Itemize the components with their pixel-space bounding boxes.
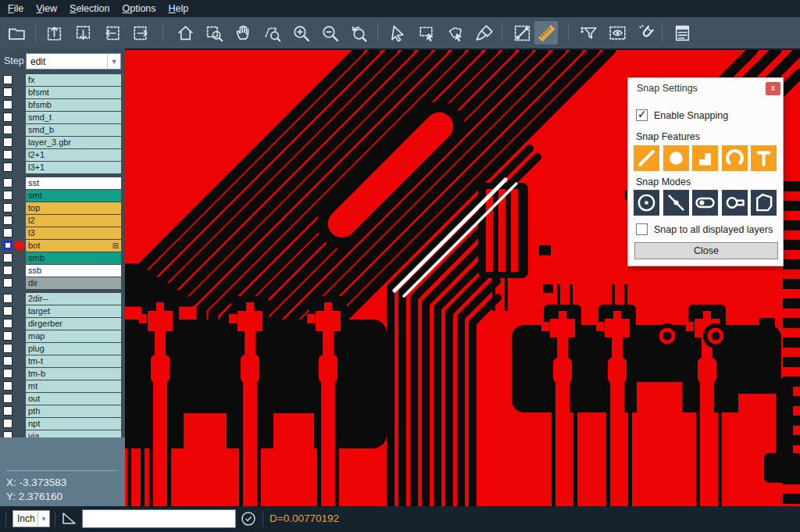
layer-name[interactable]: plug <box>26 343 121 355</box>
zoom-in-button[interactable] <box>289 21 312 45</box>
menu-file[interactable]: File <box>2 1 30 16</box>
layer-row[interactable]: bot⊞ <box>0 240 125 252</box>
layer-row[interactable]: layer_3.gbr <box>0 137 125 148</box>
layer-visibility-checkbox[interactable] <box>3 419 12 428</box>
dialog-close-icon[interactable]: x <box>766 82 780 95</box>
layer-visibility-checkbox[interactable] <box>3 162 12 172</box>
layer-name[interactable]: top <box>26 202 121 214</box>
layer-row[interactable]: ssb <box>0 265 125 277</box>
layer-visibility-checkbox[interactable] <box>3 178 12 187</box>
layer-row[interactable]: bfsmt <box>0 87 125 98</box>
layer-row[interactable]: smd_t <box>0 112 125 123</box>
unit-dropdown[interactable]: Inch ▼ <box>12 510 50 527</box>
layer-row[interactable]: fx <box>0 74 125 86</box>
zoom-polygon-button[interactable] <box>260 21 284 45</box>
snap-mode-polygon-button[interactable] <box>751 190 777 216</box>
snap-mode-center-button[interactable] <box>634 190 659 216</box>
measure-input[interactable] <box>82 509 236 528</box>
measure-line-button[interactable] <box>510 21 534 45</box>
pan-right-button[interactable] <box>129 21 152 45</box>
chevron-down-icon[interactable]: ▼ <box>107 54 120 69</box>
layer-name[interactable]: target <box>26 305 121 317</box>
layer-row[interactable]: l2+1 <box>0 149 125 161</box>
snap-mode-slot-left-button[interactable] <box>692 190 718 216</box>
layer-row[interactable]: bfsmb <box>0 99 125 111</box>
enable-snapping-checkbox[interactable] <box>636 109 648 121</box>
brush-tool-button[interactable] <box>473 21 496 45</box>
layer-name[interactable]: l3+1 <box>26 162 121 173</box>
layer-visibility-checkbox[interactable] <box>3 75 12 84</box>
layer-row[interactable]: plug <box>0 343 125 355</box>
pan-down-button[interactable] <box>71 21 95 45</box>
layer-name[interactable]: mt <box>26 380 121 392</box>
layer-visibility-checkbox[interactable] <box>3 191 12 200</box>
snap-feature-pad-button[interactable] <box>692 145 718 171</box>
layer-visibility-checkbox[interactable] <box>3 203 12 212</box>
layer-row[interactable]: tm-t <box>0 355 125 367</box>
layer-name[interactable]: fx <box>26 74 121 86</box>
layer-row[interactable]: npt <box>0 418 125 430</box>
layer-visibility-checkbox[interactable] <box>3 100 12 109</box>
snap-mode-point-button[interactable] <box>663 190 689 216</box>
menu-view[interactable]: View <box>30 1 63 16</box>
layer-visibility-checkbox[interactable] <box>3 125 12 134</box>
pan-hand-button[interactable] <box>231 21 255 45</box>
layer-row[interactable]: smd_b <box>0 124 125 136</box>
layer-visibility-checkbox[interactable] <box>3 369 12 378</box>
layer-visibility-checkbox[interactable] <box>3 306 12 316</box>
layer-visibility-checkbox[interactable] <box>3 253 12 262</box>
layer-visibility-checkbox[interactable] <box>3 319 12 328</box>
layer-visibility-checkbox[interactable] <box>3 381 12 391</box>
layer-name[interactable]: pth <box>26 405 121 417</box>
layer-row[interactable]: smt <box>0 190 125 202</box>
layer-visibility-checkbox[interactable] <box>3 228 12 237</box>
angle-tool-button[interactable] <box>61 511 78 527</box>
menu-selection[interactable]: Selection <box>63 1 116 16</box>
layer-visibility-checkbox[interactable] <box>3 266 12 275</box>
layer-name[interactable]: smd_t <box>26 112 121 123</box>
layer-visibility-checkbox[interactable] <box>3 137 12 147</box>
step-dropdown[interactable]: edit ▼ <box>26 53 121 70</box>
layer-row[interactable]: l3 <box>0 227 125 239</box>
ruler-tool-button[interactable] <box>534 21 558 45</box>
snap-all-layers-checkbox[interactable] <box>636 223 648 235</box>
layer-row[interactable]: tm-b <box>0 368 125 380</box>
layer-visibility-checkbox[interactable] <box>3 112 12 122</box>
layer-row[interactable]: out <box>0 393 125 405</box>
layer-name[interactable]: l2 <box>26 215 121 227</box>
zoom-reset-button[interactable] <box>347 21 370 45</box>
layer-row[interactable]: mt <box>0 380 125 392</box>
layer-visibility-checkbox[interactable] <box>3 356 12 366</box>
layer-visibility-checkbox[interactable] <box>3 294 12 303</box>
open-folder-button[interactable] <box>5 21 28 45</box>
layer-name[interactable]: map <box>26 330 121 342</box>
layer-visibility-checkbox[interactable] <box>3 278 12 287</box>
log-button[interactable] <box>670 21 694 45</box>
menu-help[interactable]: Help <box>162 1 195 16</box>
snap-feature-circle-button[interactable] <box>663 145 689 171</box>
layer-name[interactable]: sst <box>26 177 121 189</box>
snap-mode-slot-right-button[interactable] <box>722 190 748 216</box>
layer-visibility-checkbox[interactable] <box>3 87 12 97</box>
layer-name[interactable]: tm-t <box>26 355 121 367</box>
layer-name[interactable]: smb <box>26 252 121 264</box>
layer-visibility-checkbox[interactable] <box>3 394 12 403</box>
layer-visibility-checkbox[interactable] <box>3 344 12 353</box>
layer-name[interactable]: out <box>26 393 121 405</box>
select-polygon-button[interactable] <box>444 21 467 45</box>
layer-row[interactable]: l3+1 <box>0 162 125 173</box>
snap-feature-text-button[interactable] <box>751 145 777 171</box>
layer-row[interactable]: dirgerber <box>0 318 125 330</box>
layer-name[interactable]: 2dir-- <box>26 293 121 305</box>
view-box-button[interactable] <box>605 21 629 45</box>
pan-left-button[interactable] <box>100 21 123 45</box>
layer-name[interactable]: smd_b <box>26 124 121 136</box>
cursor-tool-button[interactable] <box>386 21 409 45</box>
snap-feature-arc-button[interactable] <box>722 145 748 171</box>
layer-row[interactable]: target <box>0 305 125 317</box>
layer-name[interactable]: bfsmb <box>26 99 121 111</box>
layer-name[interactable]: smt <box>26 190 121 202</box>
layer-name[interactable]: ssb <box>26 265 121 277</box>
confirm-icon[interactable] <box>241 511 256 527</box>
layer-name[interactable]: l3 <box>26 227 121 239</box>
